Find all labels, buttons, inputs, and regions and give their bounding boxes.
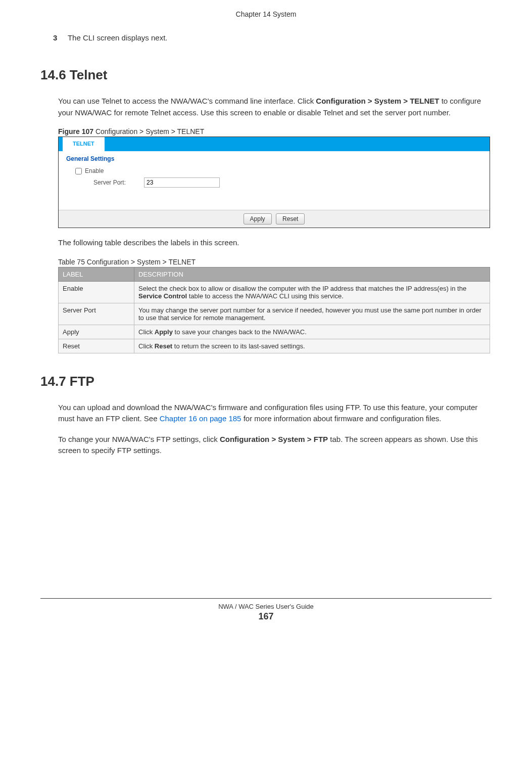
para1-pre: You can use Telnet to access the NWA/WAC…: [58, 97, 316, 105]
link-chapter-16[interactable]: Chapter 16 on page 185: [160, 414, 241, 423]
table-row: Server Port You may change the server po…: [59, 303, 490, 325]
section-14-7-heading: 14.7 FTP: [40, 374, 492, 389]
cell-desc: Click Apply to save your changes back to…: [134, 325, 490, 339]
cell-label: Apply: [59, 325, 134, 339]
section-14-7-para1: You can upload and download the NWA/WAC'…: [58, 402, 492, 425]
reset-button[interactable]: Reset: [276, 213, 305, 225]
chapter-header: Chapter 14 System: [40, 10, 492, 18]
cell-label: Reset: [59, 339, 134, 353]
server-port-label: Server Port:: [93, 179, 144, 186]
footer-guide-name: NWA / WAC Series User's Guide: [40, 603, 492, 610]
section-14-7-para2: To change your NWA/WAC's FTP settings, c…: [58, 434, 492, 457]
table-header-description: DESCRIPTION: [134, 267, 490, 281]
page-number: 167: [40, 611, 492, 622]
cell-desc: You may change the server port number fo…: [134, 303, 490, 325]
table-intro: The following table describes the labels…: [58, 237, 492, 249]
table-row: Reset Click Reset to return the screen t…: [59, 339, 490, 353]
table-75-caption: Table 75 Configuration > System > TELNET: [58, 258, 492, 266]
para2-bold: Configuration > System > FTP: [220, 435, 328, 443]
page-footer: NWA / WAC Series User's Guide 167: [40, 598, 492, 622]
enable-row: Enable: [75, 167, 482, 174]
table-header-label: LABEL: [59, 267, 134, 281]
figure-label-bold: Figure 107: [58, 127, 93, 136]
section-14-6-heading: 14.6 Telnet: [40, 67, 492, 83]
para1-post: for more information about firmware and …: [241, 414, 441, 423]
server-port-row: Server Port:: [75, 177, 482, 188]
table-row: Apply Click Apply to save your changes b…: [59, 325, 490, 339]
section-14-6-para1: You can use Telnet to access the NWA/WAC…: [58, 96, 492, 118]
button-bar: Apply Reset: [59, 210, 490, 228]
table-row: Enable Select the check box to allow or …: [59, 281, 490, 303]
figure-107-screenshot: TELNET General Settings Enable Server Po…: [58, 137, 490, 228]
panel-inner: General Settings Enable Server Port:: [59, 151, 490, 210]
cell-desc: Click Reset to return the screen to its …: [134, 339, 490, 353]
server-port-input[interactable]: [144, 177, 220, 188]
general-settings-heading: General Settings: [66, 155, 482, 162]
tab-telnet[interactable]: TELNET: [63, 137, 105, 151]
figure-label-text: Configuration > System > TELNET: [93, 127, 204, 136]
step-text: The CLI screen displays next.: [68, 33, 168, 42]
figure-107-label: Figure 107 Configuration > System > TELN…: [58, 127, 492, 136]
apply-button[interactable]: Apply: [244, 213, 272, 225]
table-75: LABEL DESCRIPTION Enable Select the chec…: [58, 267, 490, 353]
step-number: 3: [53, 33, 66, 42]
cell-label: Server Port: [59, 303, 134, 325]
para2-pre: To change your NWA/WAC's FTP settings, c…: [58, 435, 220, 443]
cell-label: Enable: [59, 281, 134, 303]
para1-bold: Configuration > System > TELNET: [316, 97, 439, 105]
cell-desc: Select the check box to allow or disallo…: [134, 281, 490, 303]
step-3-line: 3 The CLI screen displays next.: [53, 33, 492, 42]
enable-label: Enable: [85, 167, 104, 174]
tab-strip: TELNET: [59, 137, 490, 151]
enable-checkbox[interactable]: [75, 168, 82, 174]
